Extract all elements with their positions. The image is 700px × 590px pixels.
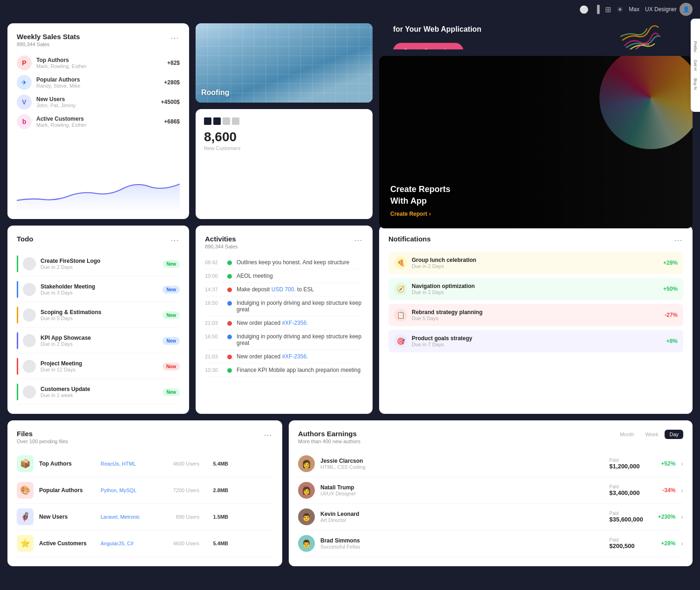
todo-item-title: Create FireStone Logo xyxy=(41,258,158,264)
notif-value: +8% xyxy=(666,338,678,344)
notifications-card: Notifications ⋯ 🍕 Group lunch celebratio… xyxy=(379,226,693,414)
activity-time: 10:00 xyxy=(205,273,223,279)
stat-item-new-users: V New Users John, Pat, Jimmy +4500$ xyxy=(17,95,180,110)
stat-name: Top Authors xyxy=(36,57,163,63)
menu-dots-icon[interactable]: ⋯ xyxy=(170,33,180,43)
notif-title: Group lunch celebration xyxy=(412,257,659,263)
paid-label: Paid xyxy=(609,511,646,516)
menu-dots-icon[interactable]: ⋯ xyxy=(674,235,683,245)
file-name: Popular Authors xyxy=(39,487,95,494)
create-report-link[interactable]: Create Report › xyxy=(390,211,681,217)
brightness-icon[interactable]: ☀ xyxy=(617,5,623,14)
notif-item-product-goals: 🎯 Product goals strategy Due in 7 Days +… xyxy=(388,330,683,352)
activity-link[interactable]: #XF-2356. xyxy=(282,353,308,360)
layout-icon[interactable]: ⊞ xyxy=(605,5,611,14)
activity-item: 08:42 Outlines keep you honest. And keep… xyxy=(205,256,363,269)
chevron-right-icon: › xyxy=(681,460,683,467)
stat-value: +4500$ xyxy=(161,99,180,105)
search-icon[interactable]: ⚪ xyxy=(579,5,589,14)
activity-dot-green xyxy=(227,261,232,265)
sidebar-item-prebu[interactable]: Prebu xyxy=(693,41,698,52)
earnings-title: Authors Earnings xyxy=(298,430,360,438)
activity-text: Indulging in poorly driving and keep str… xyxy=(237,300,363,313)
todo-avatar xyxy=(23,309,36,322)
todo-badge: Now xyxy=(163,363,180,370)
todo-badge: New xyxy=(163,388,180,396)
tab-month[interactable]: Month xyxy=(615,430,639,439)
activity-item: 16:50 Indulging in poorly driving and ke… xyxy=(205,296,363,316)
notif-info: Navigation optimization Due in 2 Days xyxy=(412,283,659,295)
earnings-paid: Paid $1,200,000 xyxy=(609,458,646,470)
todo-avatar xyxy=(23,360,36,373)
user-info: Max UX Designer 👤 xyxy=(629,3,693,16)
earnings-role: Art Director xyxy=(320,517,604,523)
notif-due: Due in 2 Days xyxy=(412,289,659,295)
right-sidebar: Prebu Get H Buy N xyxy=(691,19,700,112)
tab-week[interactable]: Week xyxy=(641,430,663,439)
stat-authors: John, Pat, Jimmy xyxy=(36,103,156,108)
notif-due: Due in 2 Days xyxy=(412,263,659,269)
stat-icon-red: P xyxy=(17,55,32,70)
activity-link[interactable]: USD 700. xyxy=(272,286,296,293)
todo-bar-blue xyxy=(17,281,18,298)
top-row: Weekly Sales Stats 890,344 Sales ⋯ P Top… xyxy=(7,23,693,219)
notif-value: -27% xyxy=(665,312,678,318)
card-header: Weekly Sales Stats 890,344 Sales ⋯ xyxy=(17,33,180,47)
stat-value: +82$ xyxy=(167,60,180,66)
earnings-avatar: 👨 xyxy=(298,535,315,552)
todo-due: Due in 3 Days xyxy=(41,290,158,295)
activities-title: Activities xyxy=(205,235,238,243)
activity-dot-green xyxy=(227,274,232,279)
earnings-item-brad: 👨 Brad Simmons Successful Fellas Paid $2… xyxy=(298,530,683,557)
create-campaign-button[interactable]: Create Campaign xyxy=(393,43,463,49)
menu-dots-icon[interactable]: ⋯ xyxy=(354,235,363,245)
activity-list: 08:42 Outlines keep you honest. And keep… xyxy=(205,256,363,377)
square-dark xyxy=(204,117,211,125)
todo-info: Project Meeting Due in 12 Days xyxy=(41,360,158,372)
sidebar-item-geth[interactable]: Get H xyxy=(693,60,698,71)
earnings-card: Authors Earnings More than 400 new autho… xyxy=(289,420,693,566)
activity-dot-green xyxy=(227,368,232,373)
stat-info: New Users John, Pat, Jimmy xyxy=(36,96,156,108)
customers-label: New Customers xyxy=(204,145,364,151)
activity-text: Make deposit USD 700. to ESL xyxy=(237,286,363,293)
todo-bar-yellow xyxy=(17,307,18,323)
files-list: 📦 Top Authors ReactJs, HTML 4600 Users 5… xyxy=(17,451,273,557)
file-tech: Laravel, Metronic xyxy=(101,514,156,520)
activity-time: 21:03 xyxy=(205,353,223,359)
earnings-info: Jessie Clarcson HTML, CSS Coding xyxy=(320,458,604,470)
activities-card: Activities 890,344 Sales ⋯ 08:42 Outline… xyxy=(196,226,373,414)
notif-info: Group lunch celebration Due in 2 Days xyxy=(412,257,659,269)
todo-bar-green xyxy=(17,255,18,272)
activity-link[interactable]: #XF-2356. xyxy=(282,320,308,326)
swirl-decoration xyxy=(590,23,693,49)
activity-item: 10:30 Finance KPI Mobile app launch prep… xyxy=(205,364,363,377)
file-tech: Python, MySQL xyxy=(101,487,156,493)
activity-dot-blue xyxy=(227,301,232,306)
tab-day[interactable]: Day xyxy=(665,430,683,439)
stat-authors: Mark, Rowling, Esther xyxy=(36,122,159,128)
todo-bar-indigo xyxy=(17,332,18,349)
main-content: Weekly Sales Stats 890,344 Sales ⋯ P Top… xyxy=(0,19,700,580)
activity-text: Finance KPI Mobile app launch preparion … xyxy=(237,367,363,373)
menu-dots-icon[interactable]: ⋯ xyxy=(170,235,180,245)
sidebar-item-buyn[interactable]: Buy N xyxy=(693,78,698,90)
todo-info: Customers Update Due in 1 week xyxy=(41,386,158,398)
campaign-banner: 【biqubiqu.com】 for Your Web Application … xyxy=(379,23,693,49)
menu-dots-icon[interactable]: ⋯ xyxy=(264,430,273,440)
notif-info: Product goals strategy Due in 7 Days xyxy=(412,335,662,347)
file-users: 890 Users xyxy=(162,514,199,520)
stat-value: +280$ xyxy=(164,79,180,86)
todo-due: Due in 2 Days xyxy=(41,341,158,347)
paid-value: $200,500 xyxy=(609,542,646,549)
paid-value: $35,600,000 xyxy=(609,516,646,523)
earnings-item-jessie: 👩 Jessie Clarcson HTML, CSS Coding Paid … xyxy=(298,451,683,477)
stats-list: P Top Authors Mark, Rowling, Esther +82$… xyxy=(17,55,180,172)
todo-item: Create FireStone Logo Due in 2 Days New xyxy=(17,252,180,276)
todo-header: Todo ⋯ xyxy=(17,235,180,245)
square-gray xyxy=(232,117,239,125)
paid-label: Paid xyxy=(609,537,646,542)
activity-item: 14:37 Make deposit USD 700. to ESL xyxy=(205,283,363,296)
paid-label: Paid xyxy=(609,484,646,489)
todo-badge: New xyxy=(163,337,180,345)
